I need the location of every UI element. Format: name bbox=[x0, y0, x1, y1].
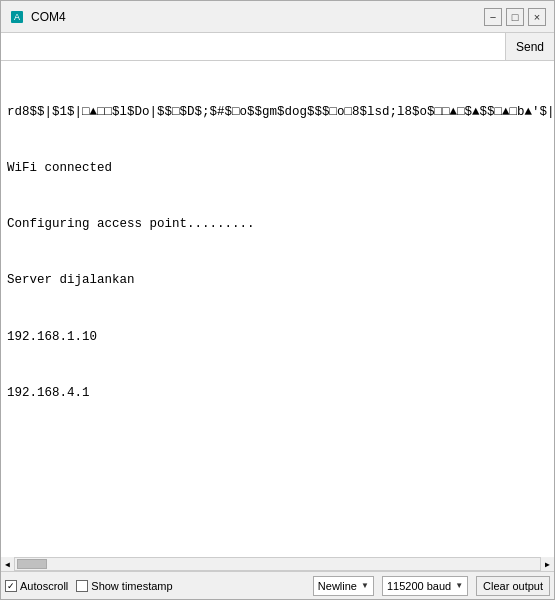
newline-label: Newline bbox=[318, 580, 357, 592]
serial-monitor-window: A COM4 − □ × Send rd8$$|$1$|□▲□□$l$Do|$$… bbox=[0, 0, 555, 600]
autoscroll-checkbox[interactable] bbox=[5, 580, 17, 592]
autoscroll-control[interactable]: Autoscroll bbox=[5, 580, 68, 592]
clear-output-button[interactable]: Clear output bbox=[476, 576, 550, 596]
timestamp-label: Show timestamp bbox=[91, 580, 172, 592]
scroll-thumb[interactable] bbox=[17, 559, 47, 569]
close-button[interactable]: × bbox=[528, 8, 546, 26]
baud-dropdown[interactable]: 115200 baud ▼ bbox=[382, 576, 468, 596]
title-bar-left: A COM4 bbox=[9, 9, 66, 25]
newline-dropdown-arrow: ▼ bbox=[361, 581, 369, 590]
window-title: COM4 bbox=[31, 10, 66, 24]
send-button[interactable]: Send bbox=[506, 33, 554, 60]
horizontal-scrollbar[interactable]: ◀ ▶ bbox=[1, 557, 554, 571]
title-bar: A COM4 − □ × bbox=[1, 1, 554, 33]
baud-label: 115200 baud bbox=[387, 580, 451, 592]
input-bar: Send bbox=[1, 33, 554, 61]
minimize-button[interactable]: − bbox=[484, 8, 502, 26]
output-line-0: rd8$$|$1$|□▲□□$l$Do|$$□$D$;$#$□o$$gm$dog… bbox=[7, 103, 548, 122]
output-line-5: 192.168.4.1 bbox=[7, 384, 548, 403]
output-line-4: 192.168.1.10 bbox=[7, 328, 548, 347]
output-area: rd8$$|$1$|□▲□□$l$Do|$$□$D$;$#$□o$$gm$dog… bbox=[1, 61, 554, 557]
output-line-3: Server dijalankan bbox=[7, 271, 548, 290]
timestamp-checkbox[interactable] bbox=[76, 580, 88, 592]
newline-dropdown[interactable]: Newline ▼ bbox=[313, 576, 374, 596]
window-controls: − □ × bbox=[484, 8, 546, 26]
maximize-button[interactable]: □ bbox=[506, 8, 524, 26]
svg-text:A: A bbox=[14, 12, 20, 22]
timestamp-control[interactable]: Show timestamp bbox=[76, 580, 172, 592]
status-bar: Autoscroll Show timestamp Newline ▼ 1152… bbox=[1, 571, 554, 599]
autoscroll-label: Autoscroll bbox=[20, 580, 68, 592]
output-line-2: Configuring access point......... bbox=[7, 215, 548, 234]
scroll-right-arrow[interactable]: ▶ bbox=[540, 557, 554, 571]
baud-dropdown-arrow: ▼ bbox=[455, 581, 463, 590]
serial-input[interactable] bbox=[1, 33, 506, 60]
output-line-1: WiFi connected bbox=[7, 159, 548, 178]
app-icon: A bbox=[9, 9, 25, 25]
scroll-left-arrow[interactable]: ◀ bbox=[1, 557, 15, 571]
